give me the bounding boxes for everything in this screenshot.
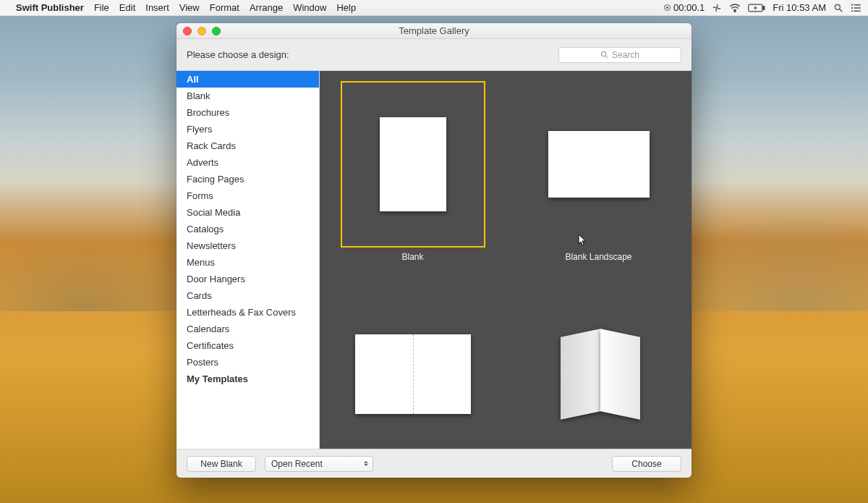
page-preview-icon (548, 131, 650, 198)
template-gallery: BlankBlank LandscapeFacing PagesHalf-Fol… (320, 71, 692, 449)
sidebar-item[interactable]: Newsletters (176, 237, 319, 254)
sidebar-item[interactable]: Forms (176, 187, 319, 204)
svg-point-0 (716, 7, 718, 8)
sidebar-item[interactable]: My Templates (176, 371, 319, 387)
menu-help[interactable]: Help (336, 2, 356, 13)
sidebar-item[interactable]: Certificates (176, 337, 319, 354)
menu-format[interactable]: Format (210, 2, 239, 13)
chevron-updown-icon (364, 461, 368, 466)
sidebar-item[interactable]: Flyers (176, 121, 319, 138)
sidebar-item[interactable]: Rack Cards (176, 138, 319, 154)
menu-extras-icon[interactable] (851, 4, 861, 12)
sidebar-item[interactable]: Posters (176, 354, 319, 371)
sidebar-item[interactable]: All (176, 71, 319, 88)
open-recent-label: Open Recent (271, 459, 323, 469)
toolbar: Please choose a design: Search (176, 39, 692, 71)
search-input[interactable]: Search (558, 47, 681, 63)
svg-rect-3 (763, 6, 765, 9)
new-blank-button[interactable]: New Blank (187, 456, 256, 472)
svg-rect-9 (854, 7, 860, 8)
menu-insert[interactable]: Insert (145, 2, 169, 13)
choose-button[interactable]: Choose (612, 456, 681, 472)
svg-line-13 (605, 56, 608, 58)
svg-line-5 (840, 9, 843, 12)
page-preview-icon (552, 327, 646, 421)
svg-rect-11 (854, 10, 860, 11)
template-thumbnail[interactable] (527, 291, 671, 449)
svg-point-10 (851, 10, 853, 12)
menu-view[interactable]: View (179, 2, 200, 13)
template-cell[interactable]: Half-Fold (506, 291, 692, 449)
menu-window[interactable]: Window (293, 2, 326, 13)
sidebar-item[interactable]: Door Hangers (176, 271, 319, 287)
titlebar[interactable]: Template Gallery (176, 23, 692, 39)
svg-point-8 (851, 7, 853, 8)
template-thumbnail[interactable] (341, 81, 485, 248)
search-placeholder: Search (612, 50, 639, 60)
svg-point-1 (734, 10, 736, 12)
template-cell[interactable]: Blank (320, 81, 506, 262)
footer: New Blank Open Recent Choose (176, 449, 692, 478)
open-recent-select[interactable]: Open Recent (265, 456, 373, 472)
template-cell[interactable]: Blank Landscape (506, 81, 692, 262)
sidebar-item[interactable]: Menus (176, 254, 319, 271)
menu-arrange[interactable]: Arrange (250, 2, 283, 13)
template-label: Blank Landscape (565, 252, 631, 262)
sidebar-item[interactable]: Brochures (176, 104, 319, 121)
menu-edit[interactable]: Edit (119, 2, 135, 13)
template-thumbnail[interactable] (341, 291, 485, 449)
fan-icon[interactable] (712, 3, 722, 13)
spotlight-icon[interactable] (833, 3, 843, 13)
record-indicator-icon[interactable]: 00:00.1 (664, 2, 705, 13)
sidebar-item[interactable]: Cards (176, 287, 319, 304)
sidebar-item[interactable]: Letterheads & Fax Covers (176, 304, 319, 321)
sidebar-item[interactable]: Social Media (176, 204, 319, 221)
svg-point-4 (835, 4, 840, 9)
search-icon (600, 51, 608, 59)
window-title: Template Gallery (176, 25, 692, 36)
template-label: Blank (401, 252, 423, 262)
svg-rect-7 (854, 4, 860, 5)
page-preview-icon (380, 117, 446, 211)
sidebar-item[interactable]: Catalogs (176, 221, 319, 237)
page-preview-icon (355, 334, 471, 414)
clock-text[interactable]: Fri 10:53 AM (773, 2, 826, 13)
svg-point-6 (851, 4, 853, 5)
sidebar-item[interactable]: Blank (176, 88, 319, 104)
category-sidebar: AllBlankBrochuresFlyersRack CardsAdverts… (176, 71, 320, 449)
sidebar-item[interactable]: Facing Pages (176, 171, 319, 187)
menubar-status: 00:00.1 Fri 10:53 AM (664, 2, 861, 13)
sidebar-item[interactable]: Adverts (176, 154, 319, 171)
template-thumbnail[interactable] (527, 81, 671, 248)
menu-file[interactable]: File (94, 2, 109, 13)
svg-point-12 (601, 51, 605, 56)
sidebar-item[interactable]: Calendars (176, 321, 319, 337)
template-cell[interactable]: Facing Pages (320, 291, 506, 449)
battery-icon[interactable] (748, 4, 765, 12)
template-gallery-window: Template Gallery Please choose a design:… (176, 23, 692, 478)
wifi-icon[interactable] (729, 4, 741, 12)
toolbar-prompt: Please choose a design: (187, 49, 558, 60)
menubar: Swift Publisher File Edit Insert View Fo… (0, 0, 868, 16)
app-name[interactable]: Swift Publisher (16, 2, 84, 13)
